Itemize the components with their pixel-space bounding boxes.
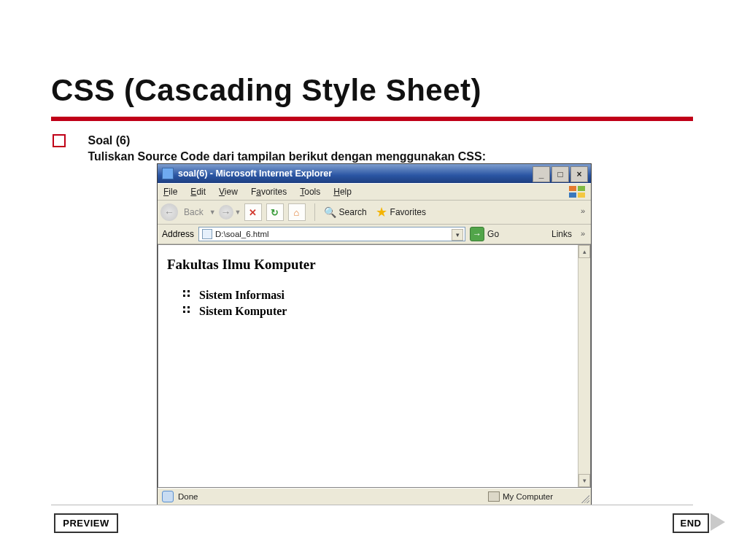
back-label[interactable]: Back bbox=[179, 206, 208, 219]
ie-menubar: File Edit View Favorites Tools Help bbox=[158, 183, 591, 201]
toolbar-separator bbox=[314, 203, 315, 221]
ie-addressbar: Address D:\soal_6.html ▾ → Go Links » bbox=[158, 225, 591, 244]
search-icon: 🔍 bbox=[324, 206, 336, 218]
preview-button[interactable]: PREVIEW bbox=[54, 513, 118, 533]
go-icon: → bbox=[470, 227, 484, 241]
ie-title-text: soal(6) - Microsoft Internet Explorer bbox=[178, 168, 332, 179]
page-icon bbox=[202, 229, 212, 239]
slide-title: CSS (Cascading Style Sheet) bbox=[51, 73, 481, 108]
ie-toolbar: ← Back ▼ → ▼ ✕ ↻ ⌂ 🔍 Search ★ Favorites … bbox=[158, 201, 591, 225]
menu-file[interactable]: File bbox=[163, 187, 177, 197]
ie-titlebar[interactable]: soal(6) - Microsoft Internet Explorer _ … bbox=[158, 164, 591, 183]
ie-window: soal(6) - Microsoft Internet Explorer _ … bbox=[157, 163, 592, 505]
search-button[interactable]: 🔍 Search bbox=[320, 205, 371, 219]
address-value: D:\soal_6.html bbox=[215, 230, 269, 238]
computer-icon bbox=[488, 491, 500, 502]
back-button[interactable]: ← bbox=[160, 203, 178, 221]
toolbar-overflow-icon[interactable]: » bbox=[581, 206, 585, 215]
ie-viewport: Fakultas Ilmu Komputer Sistem Informasi … bbox=[158, 244, 591, 488]
close-button[interactable]: × bbox=[570, 166, 588, 182]
menu-edit[interactable]: Edit bbox=[190, 187, 206, 197]
bullet-icon bbox=[53, 134, 66, 147]
list-item: Sistem Komputer bbox=[199, 303, 581, 319]
svg-rect-3 bbox=[578, 192, 585, 198]
footer-rule bbox=[51, 505, 693, 505]
menu-help[interactable]: Help bbox=[333, 187, 352, 197]
bullet-dots-icon bbox=[183, 306, 192, 315]
bullet-block: Soal (6) Tuliskan Source Code dari tampi… bbox=[53, 133, 486, 164]
address-dropdown-icon[interactable]: ▾ bbox=[452, 229, 463, 241]
home-button[interactable]: ⌂ bbox=[288, 203, 306, 221]
back-dropdown-icon[interactable]: ▼ bbox=[209, 209, 216, 216]
maximize-button[interactable]: □ bbox=[551, 166, 569, 182]
end-button[interactable]: END bbox=[673, 513, 709, 533]
vertical-scrollbar[interactable]: ▴ ▾ bbox=[578, 245, 590, 487]
windows-logo-icon bbox=[568, 185, 588, 198]
forward-dropdown-icon[interactable]: ▼ bbox=[235, 209, 241, 216]
ie-app-icon bbox=[162, 168, 174, 179]
title-rule bbox=[51, 117, 693, 121]
svg-rect-2 bbox=[569, 192, 576, 198]
bullet-body: Tuliskan Source Code dari tampilan berik… bbox=[88, 150, 486, 163]
links-label[interactable]: Links bbox=[551, 229, 572, 239]
ie-statusbar: Done My Computer bbox=[158, 488, 591, 505]
links-overflow-icon[interactable]: » bbox=[581, 229, 585, 238]
bullet-dots-icon bbox=[183, 290, 192, 299]
svg-rect-0 bbox=[569, 186, 576, 191]
stop-button[interactable]: ✕ bbox=[244, 203, 262, 221]
favorites-button[interactable]: ★ Favorites bbox=[371, 203, 430, 222]
scroll-down-icon[interactable]: ▾ bbox=[578, 474, 590, 487]
ie-status-icon bbox=[162, 491, 174, 502]
bullet-heading: Soal (6) bbox=[88, 134, 130, 147]
address-input[interactable]: D:\soal_6.html ▾ bbox=[198, 227, 465, 241]
menu-tools[interactable]: Tools bbox=[300, 187, 320, 197]
scroll-up-icon[interactable]: ▴ bbox=[578, 245, 590, 258]
end-arrow-icon[interactable] bbox=[711, 513, 725, 531]
list-item: Sistem Informasi bbox=[199, 287, 581, 303]
refresh-button[interactable]: ↻ bbox=[266, 203, 284, 221]
status-text: Done bbox=[178, 492, 198, 501]
svg-rect-1 bbox=[578, 186, 585, 191]
go-button[interactable]: → Go bbox=[470, 227, 499, 241]
menu-favorites[interactable]: Favorites bbox=[251, 187, 287, 197]
page-heading: Fakultas Ilmu Komputer bbox=[167, 257, 581, 273]
address-label: Address bbox=[162, 229, 194, 239]
minimize-button[interactable]: _ bbox=[533, 166, 550, 182]
star-icon: ★ bbox=[376, 204, 387, 220]
menu-view[interactable]: View bbox=[219, 187, 238, 197]
security-zone: My Computer bbox=[488, 491, 553, 502]
resize-grip-icon[interactable] bbox=[579, 493, 589, 503]
forward-button[interactable]: → bbox=[219, 205, 233, 219]
